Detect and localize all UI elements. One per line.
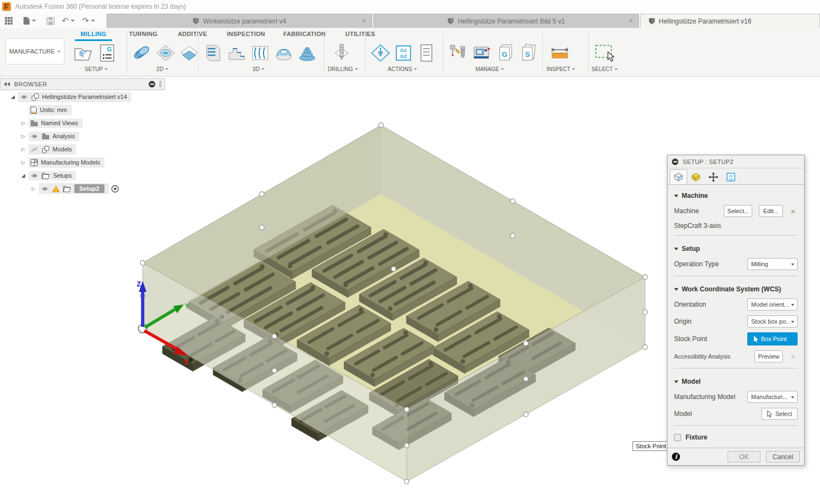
- tab-utilities[interactable]: UTILITIES: [341, 31, 379, 40]
- measure-icon[interactable]: [549, 42, 571, 64]
- stock-point-handle[interactable]: [260, 192, 265, 197]
- group-manage[interactable]: MANAGE: [467, 65, 513, 73]
- undo-button[interactable]: ↶: [62, 15, 75, 27]
- 3d-spiral-icon[interactable]: [296, 42, 318, 64]
- expander-icon[interactable]: ▷: [31, 186, 37, 191]
- stock-point-handle[interactable]: [524, 341, 529, 346]
- stock-point-handle[interactable]: [643, 345, 648, 350]
- tab-additive[interactable]: ADDITIVE: [173, 31, 212, 40]
- origin-select[interactable]: Stock box po...: [747, 315, 798, 327]
- post-process-icon[interactable]: G: [96, 42, 118, 64]
- close-icon[interactable]: ×: [362, 16, 366, 25]
- eye-icon[interactable]: [30, 133, 39, 139]
- 3d-pocket-icon[interactable]: [226, 42, 248, 64]
- machine-select-button[interactable]: Select...: [724, 205, 752, 217]
- stock-point-handle[interactable]: [140, 261, 145, 266]
- group-select[interactable]: SELECT: [586, 65, 623, 73]
- setup-sheet-icon[interactable]: [415, 42, 437, 64]
- eye-icon[interactable]: [30, 173, 39, 179]
- eye-off-icon[interactable]: [30, 146, 39, 153]
- minimize-icon[interactable]: [672, 159, 678, 165]
- post-library-icon[interactable]: G: [495, 42, 517, 64]
- stock-point-handle[interactable]: [272, 334, 277, 339]
- box-point-button[interactable]: Box Point: [747, 332, 798, 345]
- setup-section-header[interactable]: Setup: [674, 245, 798, 253]
- tab-inspection[interactable]: INSPECTION: [222, 31, 270, 40]
- machine-library-icon[interactable]: [471, 42, 493, 64]
- tab-turning[interactable]: TURNING: [124, 31, 162, 40]
- 3d-contour-icon[interactable]: [249, 42, 271, 64]
- eye-icon[interactable]: [20, 94, 28, 100]
- group-actions[interactable]: ACTIONS: [380, 65, 424, 73]
- stock-point-handle[interactable]: [405, 407, 409, 412]
- 2d-pocket-icon[interactable]: [155, 42, 177, 64]
- document-tab-2[interactable]: Hellingstütze Parametrisiert Bild 5 v1 ×: [373, 14, 639, 28]
- move-tab-icon[interactable]: [705, 169, 722, 184]
- select-icon[interactable]: [594, 42, 616, 64]
- stock-point-handle[interactable]: [643, 310, 648, 315]
- browser-item-named-views[interactable]: ▷Named Views: [0, 116, 165, 130]
- setup-tab-icon[interactable]: [670, 169, 687, 184]
- stock-tab-icon[interactable]: [687, 169, 705, 184]
- tab-milling[interactable]: MILLING: [75, 31, 112, 40]
- browser-item-models[interactable]: ▷Models: [0, 143, 165, 156]
- expander-icon[interactable]: ▷: [20, 160, 26, 165]
- file-menu-button[interactable]: [23, 15, 36, 27]
- stock-point-handle[interactable]: [643, 275, 648, 280]
- close-icon[interactable]: ×: [629, 16, 633, 25]
- browser-header[interactable]: BROWSER: [0, 78, 165, 90]
- 2d-face-icon[interactable]: [178, 42, 200, 64]
- fixture-checkbox[interactable]: [674, 434, 681, 441]
- info-icon[interactable]: i: [672, 453, 680, 461]
- expander-icon[interactable]: ◢: [10, 94, 16, 99]
- clear-preview-icon[interactable]: ×: [788, 352, 798, 361]
- simulate-icon[interactable]: [370, 42, 391, 64]
- machine-section-header[interactable]: Machine: [674, 192, 798, 200]
- expander-icon[interactable]: ▷: [20, 146, 26, 152]
- browser-item-setup2[interactable]: ▷!Setup2: [0, 182, 165, 195]
- new-setup-icon[interactable]: [72, 42, 94, 64]
- remove-machine-icon[interactable]: ×: [788, 207, 798, 216]
- expander-icon[interactable]: ▷: [20, 120, 26, 126]
- template-library-icon[interactable]: S: [518, 42, 540, 64]
- browser-item-units-mm[interactable]: Units: mm: [0, 103, 165, 116]
- browser-item-setups[interactable]: ◢Setups: [0, 169, 165, 182]
- stock-point-handle[interactable]: [379, 123, 384, 128]
- stock-point-handle[interactable]: [405, 443, 409, 448]
- stock-point-handle[interactable]: [272, 368, 277, 373]
- dialog-header[interactable]: SETUP : SETUP2: [667, 155, 804, 168]
- tab-fabrication[interactable]: FABRICATION: [281, 31, 328, 40]
- preview-button[interactable]: Preview: [754, 350, 783, 362]
- browser-item-hellingst-tze-parametrisiert-v14[interactable]: ◢Hellingstütze Parametrisiert v14: [0, 90, 165, 103]
- 3d-scallop-icon[interactable]: [273, 42, 295, 64]
- minimize-icon[interactable]: [149, 81, 155, 87]
- 2d-adaptive-icon[interactable]: [131, 42, 153, 64]
- expander-icon[interactable]: ◢: [20, 173, 26, 178]
- redo-button[interactable]: ↷: [82, 15, 95, 27]
- tool-library-icon[interactable]: [447, 42, 469, 64]
- cancel-button[interactable]: Cancel: [766, 451, 800, 462]
- drill-icon[interactable]: [331, 42, 353, 64]
- stock-point-handle[interactable]: [511, 199, 516, 204]
- ok-button[interactable]: OK: [728, 451, 760, 462]
- group-3d[interactable]: 3D: [234, 65, 283, 73]
- manufacturing-model-select[interactable]: Manufacturi...: [747, 391, 798, 403]
- wcs-section-header[interactable]: Work Coordinate System (WCS): [674, 285, 798, 293]
- resize-grip[interactable]: [160, 81, 161, 87]
- operation-type-select[interactable]: Milling: [747, 258, 798, 270]
- stock-point-handle[interactable]: [405, 479, 409, 484]
- orientation-select[interactable]: Model orient...: [747, 298, 798, 310]
- group-drilling[interactable]: DRILLING: [324, 65, 362, 73]
- stock-point-handle[interactable]: [260, 225, 265, 230]
- eye-icon[interactable]: [40, 186, 49, 192]
- post-g1g2-icon[interactable]: G1G2: [393, 42, 414, 64]
- collapse-panel-icon[interactable]: [4, 82, 10, 86]
- workspace-selector-button[interactable]: MANUFACTURE: [5, 38, 65, 65]
- 3d-adaptive-icon[interactable]: [202, 42, 224, 64]
- stock-point-handle[interactable]: [511, 233, 516, 238]
- document-tab-3-active[interactable]: Hellingstütze Parametrisiert v16: [640, 14, 820, 28]
- stock-point-handle[interactable]: [391, 267, 396, 272]
- apps-grid-icon[interactable]: [4, 15, 13, 27]
- group-setup[interactable]: SETUP: [71, 65, 121, 73]
- active-setup-radio-icon[interactable]: [111, 185, 119, 193]
